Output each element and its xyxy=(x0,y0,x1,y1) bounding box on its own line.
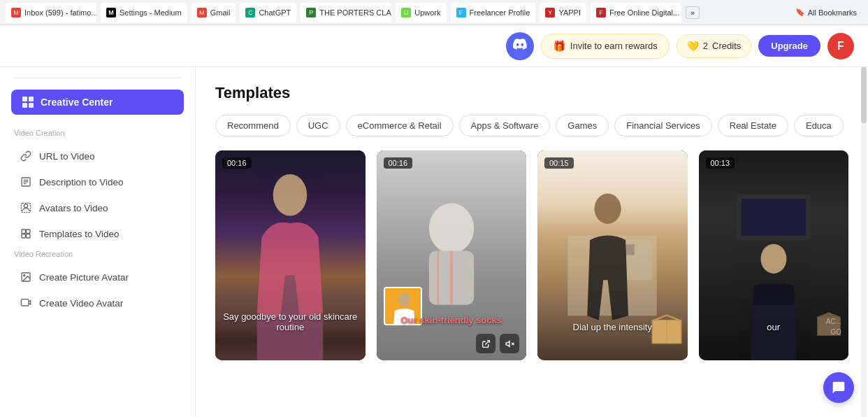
video-duration-3: 00:15 xyxy=(544,157,574,169)
page-title: Templates xyxy=(215,84,848,102)
video-card-4[interactable]: 00:13 our AC... GO xyxy=(699,150,849,360)
discord-button[interactable] xyxy=(506,32,534,60)
video-creation-section-label: Video Creation xyxy=(0,126,195,143)
video-caption-4: our xyxy=(699,322,849,332)
tab-freelancer-label: Freelancer Profile xyxy=(470,8,530,17)
link-icon xyxy=(20,150,32,162)
sidebar-item-templates-to-video[interactable]: Templates to Video xyxy=(6,221,189,246)
tab-yappi[interactable]: Y YAPPI xyxy=(540,3,586,22)
tab-inbox-label: Inbox (599) - fatimo... xyxy=(24,8,96,17)
video-card-3[interactable]: 00:15 Dial up the intensity xyxy=(537,150,688,360)
cat-tab-educa[interactable]: Educa xyxy=(794,115,844,136)
svg-point-30 xyxy=(760,244,786,274)
main-content: Templates Recommend UGC eCommerce & Reta… xyxy=(196,25,868,417)
tab-upwork[interactable]: U Upwork xyxy=(396,3,446,22)
browser-tab-bar: M Inbox (599) - fatimo... M Settings - M… xyxy=(0,0,868,25)
video-grid: 00:16 Say goodbye to your old skincare r… xyxy=(215,150,848,360)
svg-rect-9 xyxy=(21,299,29,306)
mute-button[interactable] xyxy=(500,334,519,353)
video-actions-2 xyxy=(476,334,519,353)
create-picture-avatar-label: Create Picture Avatar xyxy=(39,272,129,283)
tab-inbox[interactable]: M Inbox (599) - fatimo... xyxy=(6,3,96,22)
cat-tab-games[interactable]: Games xyxy=(556,115,609,136)
cat-tab-realestate[interactable]: Real Estate xyxy=(718,115,788,136)
invite-rewards-button[interactable]: 🎁 Invite to earn rewards xyxy=(541,34,670,59)
svg-rect-29 xyxy=(742,199,806,236)
tab-free[interactable]: F Free Online Digital... xyxy=(591,3,681,22)
video-duration-2: 00:16 xyxy=(384,157,413,169)
video-card-2[interactable]: 00:16 Our skin-friendly socks xyxy=(377,150,527,360)
sidebar-item-create-video-avatar[interactable]: Create Video Avatar xyxy=(6,290,189,316)
svg-point-11 xyxy=(429,203,474,253)
tab-freelancer[interactable]: F Freelancer Profile xyxy=(451,3,536,22)
video-card-1[interactable]: 00:16 Say goodbye to your old skincare r… xyxy=(215,150,366,360)
top-header: 🎁 Invite to earn rewards 💛 2 Credits Upg… xyxy=(0,25,868,67)
tab-chatgpt[interactable]: C ChatGPT xyxy=(240,3,296,22)
svg-rect-3 xyxy=(22,229,25,233)
sidebar-item-avatars-to-video[interactable]: Avatars to Video xyxy=(6,195,189,220)
grid-icon xyxy=(22,97,34,108)
video-caption-3: Dial up the intensity xyxy=(537,322,688,332)
tab-gmail-label: Gmail xyxy=(210,8,231,17)
tab-upwork-label: Upwork xyxy=(414,8,440,17)
discord-icon xyxy=(513,38,527,53)
tab-favicon-gmail2: M xyxy=(197,8,207,17)
sidebar: VidAU Studio Creative Center Video Creat… xyxy=(0,25,196,417)
sidebar-item-create-picture-avatar[interactable]: Create Picture Avatar xyxy=(6,264,189,290)
bookmarks-icon: 🔖 xyxy=(795,8,805,17)
avatar-icon xyxy=(20,202,32,214)
credits-button[interactable]: 💛 2 Credits xyxy=(677,34,751,58)
credits-count: 2 xyxy=(703,41,708,51)
scrollbar-thumb[interactable] xyxy=(861,67,867,123)
creative-center-button[interactable]: Creative Center xyxy=(11,90,184,115)
video-caption-1: Say goodbye to your old skincare routine xyxy=(215,311,366,332)
tab-porters[interactable]: P THE PORTERS CLAN... xyxy=(301,3,391,22)
cat-tab-apps[interactable]: Apps & Software xyxy=(459,115,551,136)
tab-favicon-yappi: Y xyxy=(545,8,555,17)
tab-favicon-gmail: M xyxy=(11,8,21,17)
creative-center-label: Creative Center xyxy=(41,97,113,108)
all-bookmarks-button[interactable]: 🔖 All Bookmarks xyxy=(790,6,862,19)
gift-icon: 🎁 xyxy=(553,40,566,52)
overflow-button[interactable]: » xyxy=(686,6,700,19)
cat-tab-ecommerce[interactable]: eCommerce & Retail xyxy=(346,115,454,136)
tab-favicon-chatgpt: C xyxy=(245,8,255,17)
tab-gmail[interactable]: M Gmail xyxy=(191,3,236,22)
svg-line-17 xyxy=(485,340,489,344)
svg-point-8 xyxy=(24,275,25,276)
video-thumb-2 xyxy=(377,150,527,360)
chat-bubble-button[interactable] xyxy=(823,372,854,403)
tab-settings[interactable]: M Settings - Medium xyxy=(101,3,187,22)
tab-free-label: Free Online Digital... xyxy=(609,8,679,17)
video-recreation-section-label: Video Recreation xyxy=(0,247,195,264)
chat-icon xyxy=(832,381,846,395)
video-duration-1: 00:16 xyxy=(222,157,252,169)
templates-icon xyxy=(20,227,32,240)
upgrade-button[interactable]: Upgrade xyxy=(758,35,820,57)
svg-marker-32 xyxy=(817,312,840,317)
url-to-video-label: URL to Video xyxy=(39,151,95,162)
external-link-button[interactable] xyxy=(476,334,496,353)
tab-settings-label: Settings - Medium xyxy=(120,8,182,17)
svg-point-10 xyxy=(273,174,308,215)
tab-favicon-upwork: U xyxy=(401,8,411,17)
svg-rect-4 xyxy=(27,229,30,233)
svg-point-1 xyxy=(24,204,27,208)
sidebar-item-url-to-video[interactable]: URL to Video xyxy=(6,143,189,169)
tab-favicon-freelancer: F xyxy=(456,8,466,17)
credits-label: Credits xyxy=(712,41,741,51)
picture-icon xyxy=(20,271,32,283)
tab-favicon-medium: M xyxy=(106,8,116,17)
avatars-to-video-label: Avatars to Video xyxy=(39,203,108,213)
sidebar-item-description-to-video[interactable]: Description to Video xyxy=(6,169,189,195)
description-icon xyxy=(20,176,32,188)
cat-tab-financial[interactable]: Financial Services xyxy=(614,115,712,136)
user-avatar[interactable]: F xyxy=(827,33,854,59)
scrollbar-track[interactable] xyxy=(861,67,867,417)
cat-tab-ugc[interactable]: UGC xyxy=(296,115,340,136)
svg-marker-18 xyxy=(506,341,509,346)
cat-tab-recommend[interactable]: Recommend xyxy=(215,115,291,136)
svg-rect-5 xyxy=(22,234,25,238)
svg-point-24 xyxy=(595,194,621,224)
svg-point-16 xyxy=(398,292,410,306)
